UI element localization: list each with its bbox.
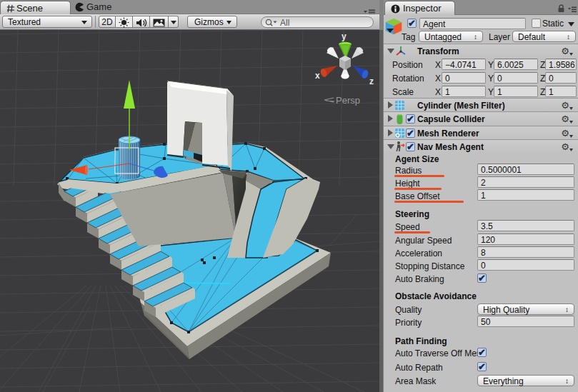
svg-text:Persp: Persp [336,95,360,106]
svg-text:z: z [369,76,374,86]
svg-text:y: y [342,31,347,41]
svg-text:x: x [315,71,320,81]
